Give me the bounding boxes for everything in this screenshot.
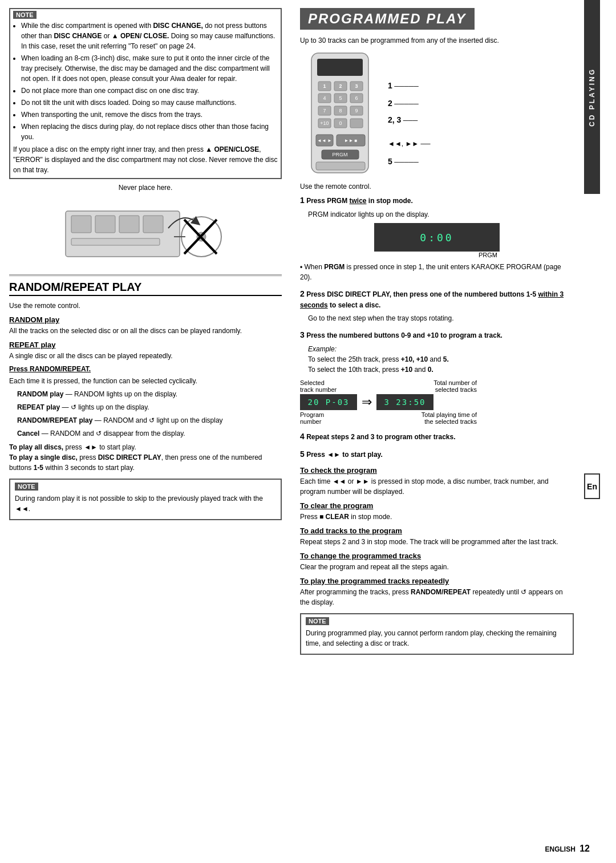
footer: ENGLISH 12 bbox=[545, 844, 590, 854]
random-play-text: All the tracks on the selected disc or o… bbox=[9, 326, 282, 336]
displays-row: Selectedtrack number Total number ofsele… bbox=[300, 379, 574, 425]
en-tab: En bbox=[584, 473, 600, 499]
add-tracks-text: Repeat steps 2 and 3 in stop mode. The t… bbox=[300, 537, 574, 547]
note-item-2: When loading an 8-cm (3-inch) disc, make… bbox=[21, 53, 278, 84]
press-item-4: Cancel — RANDOM and ↺ disappear from the… bbox=[17, 428, 282, 439]
note-box-1: NOTE While the disc compartment is opene… bbox=[9, 8, 282, 179]
play-repeatedly-title: To play the programmed tracks repeatedly bbox=[300, 577, 574, 585]
device-label: Never place here. bbox=[9, 184, 282, 192]
svg-text:1: 1 bbox=[323, 83, 326, 89]
footer-num: 12 bbox=[579, 844, 590, 853]
repeat-play-title: REPEAT play bbox=[9, 341, 282, 349]
diagram-label-1: 1 ───── bbox=[388, 79, 431, 93]
step1-display-label: PRGM bbox=[374, 252, 500, 258]
svg-rect-41 bbox=[316, 162, 365, 170]
press-items-list: RANDOM play — RANDOM lights up on the di… bbox=[9, 389, 282, 439]
selected-track-label: Selectedtrack number bbox=[300, 379, 337, 393]
svg-rect-11 bbox=[317, 59, 363, 76]
diagram-label-5: 5 ───── bbox=[388, 155, 431, 169]
note-extra: If you place a disc on the empty right i… bbox=[13, 144, 278, 175]
note-label-2: NOTE bbox=[15, 483, 38, 491]
svg-text:◄◄ ►: ◄◄ ► bbox=[317, 138, 332, 143]
change-tracks-text: Clear the program and repeat all the ste… bbox=[300, 562, 574, 572]
en-tab-text: En bbox=[587, 482, 597, 491]
step2-text: Go to the next step when the tray stops … bbox=[300, 313, 574, 323]
play-repeatedly-text: After programming the tracks, press RAND… bbox=[300, 587, 574, 607]
svg-text:0: 0 bbox=[339, 120, 342, 126]
press-item-1: RANDOM play — RANDOM lights up on the di… bbox=[17, 389, 282, 399]
press-random-title: Press RANDOM/REPEAT. bbox=[9, 364, 282, 374]
add-tracks-title: To add tracks to the program bbox=[300, 526, 574, 535]
svg-rect-3 bbox=[119, 216, 139, 233]
display-2a: 20 P-03 bbox=[300, 394, 357, 410]
footer-text: ENGLISH bbox=[545, 845, 576, 853]
device-diagram: Never place here. bbox=[9, 184, 282, 270]
note-item-4: Do not tilt the unit with discs loaded. … bbox=[21, 98, 278, 108]
diagram-label-23: 2, 3 ─── bbox=[388, 113, 431, 127]
left-use-remote: Use the remote control. bbox=[9, 301, 282, 311]
step2-title: 2 Press DISC DIRECT PLAY, then press one… bbox=[300, 288, 574, 310]
step4-title: 4 Repeat steps 2 and 3 to program other … bbox=[300, 431, 574, 443]
svg-text:2: 2 bbox=[339, 83, 342, 89]
clear-program-text: Press ■ CLEAR in stop mode. bbox=[300, 512, 574, 522]
clear-program-title: To clear the program bbox=[300, 501, 574, 510]
diagram-labels: 1 ───── 2 ───── 2, 3 ─── ◄◄, ►► ── 5 ───… bbox=[388, 50, 431, 171]
prog-title: PROGRAMMED PLAY bbox=[308, 11, 467, 26]
svg-text:PRGM: PRGM bbox=[333, 152, 348, 157]
svg-text:6: 6 bbox=[355, 95, 358, 101]
svg-text:5: 5 bbox=[339, 95, 342, 101]
step1-note: • When PRGM is pressed once in step 1, t… bbox=[300, 262, 574, 282]
svg-text:►► ■: ►► ■ bbox=[345, 138, 358, 143]
step-1: 1 Press PRGM twice in stop mode. PRGM in… bbox=[300, 195, 574, 282]
svg-rect-4 bbox=[143, 216, 163, 233]
playing-time-label: Total playing time ofthe selected tracks bbox=[422, 411, 477, 425]
diagram-label-transport: ◄◄, ►► ── bbox=[388, 138, 431, 151]
change-tracks-title: To change the programmed tracks bbox=[300, 552, 574, 560]
note-label-1: NOTE bbox=[13, 11, 37, 19]
note-item-5: When transporting the unit, remove the d… bbox=[21, 110, 278, 120]
random-repeat-title: RANDOM/REPEAT PLAY bbox=[9, 281, 282, 296]
step3-example: Example: To select the 25th track, press… bbox=[300, 344, 574, 375]
step1-text: PRGM indicator lights up on the display. bbox=[300, 209, 574, 220]
svg-text:4: 4 bbox=[323, 95, 326, 101]
step3-title: 3 Press the numbered buttons 0-9 and +10… bbox=[300, 329, 574, 341]
svg-rect-1 bbox=[71, 216, 91, 233]
diagram-label-2: 2 ───── bbox=[388, 96, 431, 111]
note-box-3: NOTE During programmed play, you cannot … bbox=[300, 613, 574, 655]
right-use-remote: Use the remote control. bbox=[300, 181, 574, 192]
step-4: 4 Repeat steps 2 and 3 to program other … bbox=[300, 431, 574, 443]
section-divider bbox=[9, 274, 282, 276]
step5-title: 5 Press ◄► to start play. bbox=[300, 448, 574, 460]
display-arrow-row: 20 P-03 ⇒ 3 23:50 bbox=[300, 394, 574, 410]
cd-playing-text: CD PLAYING bbox=[588, 68, 596, 127]
press-text: Each time it is pressed, the function ca… bbox=[9, 376, 282, 386]
svg-text:9: 9 bbox=[355, 108, 358, 114]
step1-title: 1 Press PRGM twice in stop mode. bbox=[300, 195, 574, 206]
svg-rect-32 bbox=[350, 119, 363, 128]
note-box-2: NOTE During random play it is not possib… bbox=[9, 479, 282, 520]
prog-title-wrapper: PROGRAMMED PLAY bbox=[300, 8, 475, 30]
step1-display: 0:00 PRGM bbox=[374, 223, 500, 258]
step-5: 5 Press ◄► to start play. bbox=[300, 448, 574, 460]
random-play-title: RANDOM play bbox=[9, 315, 282, 324]
note-item-1: While the disc compartment is opened wit… bbox=[21, 21, 278, 51]
remote-diagram-area: 1 2 3 4 5 6 7 8 9 +10 0 ◄◄ ► ►► ■ bbox=[300, 50, 574, 176]
device-image bbox=[60, 194, 231, 268]
note2-text: During random play it is not possible to… bbox=[15, 493, 276, 514]
svg-text:3: 3 bbox=[355, 83, 358, 89]
svg-text:8: 8 bbox=[339, 108, 342, 114]
total-tracks-label: Total number ofselected tracks bbox=[433, 379, 477, 393]
repeat-play-text: A single disc or all the discs can be pl… bbox=[9, 351, 282, 361]
note-item-3: Do not place more than one compact disc … bbox=[21, 86, 278, 96]
program-num-label: Programnumber bbox=[300, 411, 324, 425]
note-list-1: While the disc compartment is opened wit… bbox=[13, 21, 278, 142]
note-label-3: NOTE bbox=[306, 617, 329, 625]
display-2b: 3 23:50 bbox=[376, 394, 433, 410]
svg-text:7: 7 bbox=[323, 108, 326, 114]
step-2: 2 Press DISC DIRECT PLAY, then press one… bbox=[300, 288, 574, 323]
press-item-2: REPEAT play — ↺ lights up on the display… bbox=[17, 402, 282, 412]
check-program-title: To check the program bbox=[300, 466, 574, 475]
cd-playing-tab: CD PLAYING bbox=[584, 0, 600, 194]
play-all-text: To play all discs, press ◄► to start pla… bbox=[9, 442, 282, 473]
svg-text:+10: +10 bbox=[320, 120, 329, 126]
